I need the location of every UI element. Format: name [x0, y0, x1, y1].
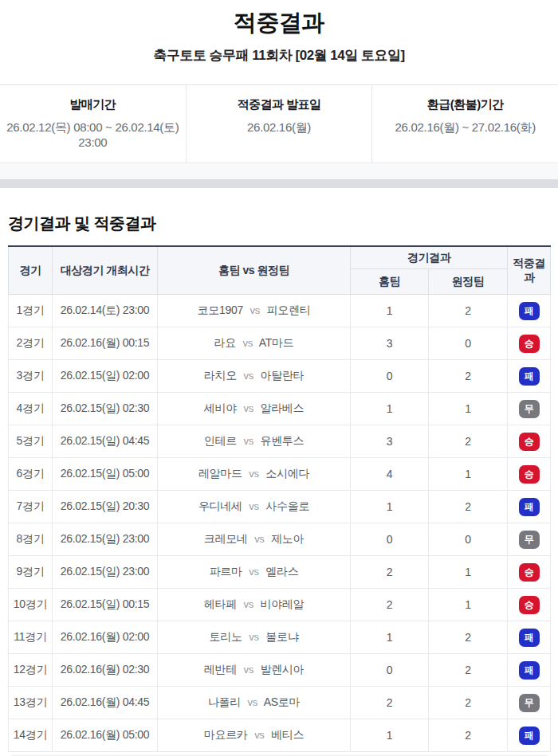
table-row: 3경기 26.02.15(일) 02:00 라치오 vs 아탈란타 0 2 패 [9, 360, 551, 393]
home-score-cell: 3 [351, 425, 429, 458]
home-team-name: 크레모네 [204, 532, 248, 545]
match-number-cell: 8경기 [9, 523, 53, 556]
table-row: 4경기 26.02.15(일) 02:30 세비야 vs 알라베스 1 1 무 [9, 393, 551, 425]
outcome-cell: 승 [508, 458, 551, 491]
vs-label: vs [243, 337, 253, 349]
away-score-cell: 2 [429, 654, 508, 687]
teams-cell: 마요르카 vs 베티스 [158, 719, 351, 752]
results-table-head: 경기 대상경기 개최시간 홈팀 vs 원정팀 경기결과 적중결과 홈팀 원정팀 [9, 246, 551, 295]
table-row: 14경기 26.02.16(월) 05:00 마요르카 vs 베티스 1 2 패 [9, 719, 551, 752]
match-time-cell: 26.02.15(일) 02:30 [53, 393, 158, 425]
away-team-name: 사수올로 [265, 499, 309, 512]
teams-cell: 나폴리 vs AS로마 [158, 687, 351, 719]
teams-cell: 레반테 vs 발렌시아 [158, 654, 351, 687]
away-score-cell: 1 [429, 393, 508, 425]
info-label: 발매기간 [0, 97, 186, 112]
table-row: 10경기 26.02.15(일) 00:15 헤타페 vs 비야레알 2 1 승 [9, 589, 551, 621]
home-team-name: 레알마드 [198, 467, 242, 480]
vs-label: vs [254, 533, 264, 545]
home-team-name: 마요르카 [204, 728, 248, 741]
match-number-cell: 1경기 [9, 295, 53, 327]
outcome-badge: 패 [519, 727, 540, 745]
table-row: 8경기 26.02.15(일) 23:00 크레모네 vs 제노아 0 0 무 [9, 523, 551, 556]
home-score-cell: 0 [351, 523, 429, 556]
home-score-cell: 1 [351, 491, 429, 523]
outcome-cell: 패 [508, 295, 551, 327]
home-team-name: 인테르 [204, 434, 237, 447]
section-divider-bar [0, 179, 558, 188]
info-item-sale-period: 발매기간 26.02.12(목) 08:00 ~ 26.02.14(토) 23:… [0, 85, 186, 163]
home-team-name: 세비야 [204, 402, 237, 414]
outcome-badge: 패 [519, 302, 540, 320]
home-score-cell: 2 [351, 589, 429, 621]
home-team-name: 라치오 [204, 369, 237, 382]
info-bar: 발매기간 26.02.12(목) 08:00 ~ 26.02.14(토) 23:… [0, 84, 558, 163]
match-results-page: 적중결과 축구토토 승무패 11회차 [02월 14일 토요일] 발매기간 26… [0, 0, 558, 756]
col-header-away-score: 원정팀 [429, 269, 508, 295]
vs-label: vs [247, 696, 257, 708]
table-row: 11경기 26.02.16(월) 02:00 토리노 vs 볼로냐 1 2 패 [9, 621, 551, 654]
info-value: 26.02.16(월) ~ 27.02.16(화) [372, 120, 558, 135]
match-number-cell: 9경기 [9, 556, 53, 589]
page-title: 적중결과 [0, 0, 558, 36]
teams-cell: 토리노 vs 볼로냐 [158, 621, 351, 654]
outcome-badge: 승 [519, 563, 540, 582]
home-score-cell: 0 [351, 360, 429, 393]
match-number-cell: 12경기 [9, 654, 53, 687]
outcome-cell: 무 [508, 687, 551, 719]
table-row: 9경기 26.02.15(일) 23:00 파르마 vs 엘라스 2 1 승 [9, 556, 551, 589]
outcome-badge: 승 [519, 465, 540, 484]
outcome-badge: 승 [519, 335, 540, 353]
home-score-cell: 2 [351, 556, 429, 589]
outcome-cell: 패 [508, 654, 551, 687]
teams-cell: 세비야 vs 알라베스 [158, 393, 351, 425]
table-row: 6경기 26.02.15(일) 05:00 레알마드 vs 소시에다 4 1 승 [9, 458, 551, 491]
match-time-cell: 26.02.16(월) 00:15 [53, 327, 158, 360]
col-header-home-score: 홈팀 [351, 269, 429, 295]
match-time-cell: 26.02.15(일) 05:00 [53, 458, 158, 491]
match-time-cell: 26.02.16(월) 02:30 [53, 654, 158, 687]
match-number-cell: 2경기 [9, 327, 53, 360]
home-team-name: 파르마 [210, 565, 242, 578]
away-score-cell: 2 [429, 719, 508, 752]
outcome-cell: 승 [508, 556, 551, 589]
match-number-cell: 7경기 [9, 491, 53, 523]
col-header-result-group: 경기결과 [351, 246, 508, 269]
section-divider-light [0, 163, 558, 179]
match-number-cell: 11경기 [9, 621, 53, 654]
home-score-cell: 0 [351, 654, 429, 687]
match-time-cell: 26.02.15(일) 23:00 [53, 556, 158, 589]
vs-label: vs [249, 468, 258, 480]
vs-label: vs [249, 631, 258, 643]
match-time-cell: 26.02.15(일) 23:00 [53, 523, 158, 556]
match-number-cell: 10경기 [9, 589, 53, 621]
away-team-name: AT마드 [259, 336, 294, 349]
away-score-cell: 1 [429, 589, 508, 621]
vs-label: vs [249, 566, 258, 578]
match-time-cell: 26.02.15(일) 20:30 [53, 491, 158, 523]
page-subtitle: 축구토토 승무패 11회차 [02월 14일 토요일] [0, 46, 558, 65]
outcome-badge: 무 [519, 694, 540, 712]
results-table: 경기 대상경기 개최시간 홈팀 vs 원정팀 경기결과 적중결과 홈팀 원정팀 … [8, 245, 551, 752]
away-score-cell: 2 [429, 491, 508, 523]
outcome-badge: 승 [519, 433, 540, 451]
vs-label: vs [243, 370, 253, 382]
outcome-badge: 무 [519, 531, 540, 549]
vs-label: vs [243, 598, 253, 610]
home-team-name: 우디네세 [198, 499, 242, 512]
away-score-cell: 2 [429, 360, 508, 393]
away-team-name: 볼로냐 [265, 630, 298, 643]
away-team-name: 피오렌티 [267, 304, 311, 316]
info-value: 26.02.16(월) [187, 120, 372, 135]
away-team-name: AS로마 [264, 695, 300, 708]
away-score-cell: 2 [429, 687, 508, 719]
info-label: 적중결과 발표일 [187, 97, 372, 112]
home-team-name: 라요 [214, 336, 236, 349]
outcome-cell: 패 [508, 719, 551, 752]
col-header-teams: 홈팀 vs 원정팀 [158, 246, 351, 295]
outcome-cell: 승 [508, 425, 551, 458]
outcome-cell: 패 [508, 360, 551, 393]
match-time-cell: 26.02.15(일) 02:00 [53, 360, 158, 393]
away-score-cell: 0 [429, 327, 508, 360]
teams-cell: 인테르 vs 유벤투스 [158, 425, 351, 458]
